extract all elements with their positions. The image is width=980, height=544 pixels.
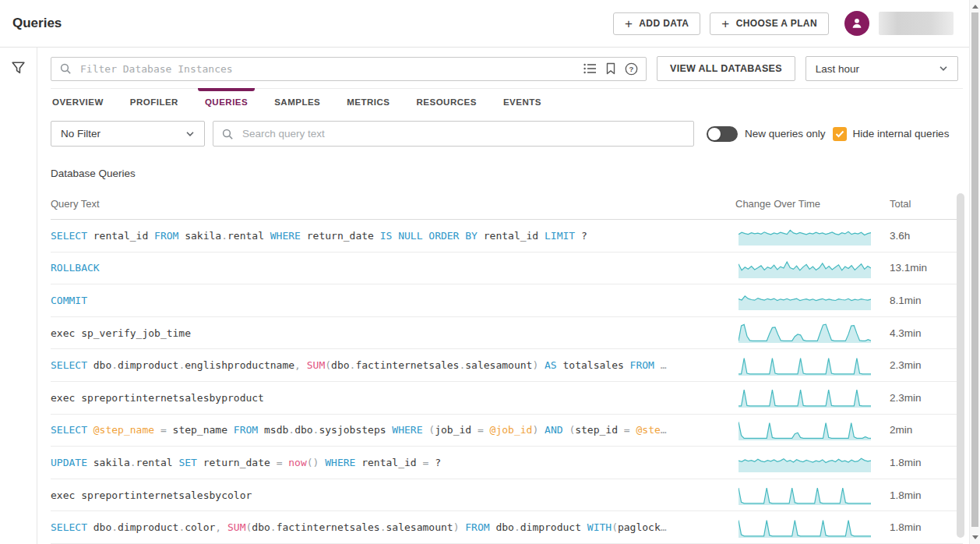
hide-internal-label: Hide internal queries bbox=[853, 128, 950, 140]
add-data-label: ADD DATA bbox=[639, 18, 689, 29]
scroll-up-arrow[interactable] bbox=[972, 5, 978, 9]
query-total: 1.8min bbox=[890, 489, 963, 501]
query-total: 4.3min bbox=[890, 327, 963, 339]
tab-bar: OVERVIEWPROFILERQUERIESSAMPLESMETRICSRES… bbox=[51, 88, 963, 116]
time-range-value: Last hour bbox=[816, 63, 859, 75]
choose-plan-label: CHOOSE A PLAN bbox=[736, 18, 817, 29]
tab-metrics[interactable]: METRICS bbox=[345, 89, 391, 116]
col-query-text: Query Text bbox=[51, 198, 735, 210]
table-row[interactable]: UPDATE sakila.rental SET return_date = n… bbox=[51, 447, 963, 479]
table-row[interactable]: SELECT rental_id FROM sakila.rental WHER… bbox=[51, 220, 963, 253]
main-content: ? VIEW ALL DATABASES Last hour OVERVIEWP… bbox=[37, 48, 980, 544]
new-queries-toggle[interactable] bbox=[707, 126, 738, 142]
search-icon bbox=[221, 128, 234, 140]
query-total: 8.1min bbox=[890, 295, 963, 306]
tab-overview[interactable]: OVERVIEW bbox=[51, 89, 105, 116]
app-window: Queries + ADD DATA + CHOOSE A PLAN bbox=[0, 0, 980, 544]
query-sparkline bbox=[735, 225, 890, 246]
col-total: Total bbox=[890, 198, 963, 210]
view-all-databases-button[interactable]: VIEW ALL DATABASES bbox=[657, 56, 795, 81]
query-sparkline bbox=[735, 518, 890, 538]
table-row[interactable]: exec spreportinternetsalesbycolor 1.8min bbox=[51, 479, 963, 512]
chevron-down-icon bbox=[185, 131, 195, 137]
left-rail bbox=[0, 48, 37, 544]
person-icon bbox=[850, 16, 864, 30]
query-text[interactable]: exec spreportinternetsalesbycolor bbox=[51, 489, 735, 501]
query-total: 1.8min bbox=[890, 457, 963, 468]
page-scrollbar[interactable] bbox=[969, 0, 980, 544]
hide-internal-checkbox[interactable] bbox=[833, 127, 847, 141]
table-row[interactable]: exec sp_verify_job_time 4.3min bbox=[51, 317, 963, 350]
svg-text:?: ? bbox=[629, 65, 634, 73]
col-change-over-time: Change Over Time bbox=[735, 198, 890, 210]
query-sparkline bbox=[735, 290, 890, 310]
query-text[interactable]: SELECT dbo.dimproduct.englishproductname… bbox=[51, 359, 735, 371]
tab-profiler[interactable]: PROFILER bbox=[129, 89, 180, 116]
check-icon bbox=[835, 130, 844, 138]
table-row[interactable]: SELECT @step_name = step_name FROM msdb.… bbox=[51, 415, 963, 447]
query-text[interactable]: COMMIT bbox=[51, 295, 735, 306]
table-header: Query Text Change Over Time Total bbox=[51, 179, 963, 220]
scrollbar-thumb[interactable] bbox=[971, 12, 978, 527]
query-search-input[interactable] bbox=[241, 127, 686, 140]
query-text[interactable]: ROLLBACK bbox=[51, 262, 735, 274]
table-row[interactable]: SELECT dbo.dimproduct.englishproductname… bbox=[51, 349, 963, 382]
query-filter-dropdown[interactable]: No Filter bbox=[51, 121, 205, 147]
query-total: 1.8min bbox=[890, 521, 963, 533]
tab-samples[interactable]: SAMPLES bbox=[273, 89, 322, 116]
toggle-knob bbox=[708, 128, 721, 140]
query-total: 2.3min bbox=[890, 392, 963, 404]
plus-icon: + bbox=[625, 17, 633, 30]
query-sparkline bbox=[735, 420, 890, 440]
query-sparkline bbox=[735, 485, 890, 505]
search-icon bbox=[59, 62, 72, 75]
top-header: Queries + ADD DATA + CHOOSE A PLAN bbox=[0, 0, 980, 48]
table-row[interactable]: COMMIT 8.1min bbox=[51, 284, 963, 317]
page-title: Queries bbox=[12, 16, 62, 31]
query-sparkline bbox=[735, 355, 890, 376]
query-text[interactable]: UPDATE sakila.rental SET return_date = n… bbox=[51, 457, 735, 468]
new-queries-label: New queries only bbox=[745, 128, 826, 140]
query-text[interactable]: SELECT dbo.dimproduct.color, SUM(dbo.fac… bbox=[51, 521, 735, 533]
query-text[interactable]: exec spreportinternetsalesbyproduct bbox=[51, 392, 735, 404]
filter-funnel-icon bbox=[11, 61, 26, 76]
query-text[interactable]: SELECT @step_name = step_name FROM msdb.… bbox=[51, 424, 735, 436]
table-row[interactable]: exec spreportinternetsalesbyproduct 2.3m… bbox=[51, 382, 963, 415]
query-sparkline bbox=[735, 387, 890, 408]
help-icon[interactable]: ? bbox=[625, 62, 638, 76]
query-total: 3.6h bbox=[890, 230, 963, 242]
filters-panel-toggle[interactable] bbox=[11, 61, 26, 76]
query-total: 2.3min bbox=[890, 359, 963, 371]
tab-events[interactable]: EVENTS bbox=[502, 89, 543, 116]
bookmark-icon[interactable] bbox=[605, 62, 616, 75]
add-data-button[interactable]: + ADD DATA bbox=[613, 12, 700, 35]
query-filter-value: No Filter bbox=[61, 128, 100, 140]
user-name-redacted[interactable] bbox=[879, 12, 954, 35]
table-row[interactable]: SELECT dbo.dimproduct.color, SUM(dbo.fac… bbox=[51, 511, 963, 544]
query-text[interactable]: SELECT rental_id FROM sakila.rental WHER… bbox=[51, 230, 735, 242]
query-sparkline bbox=[735, 452, 890, 472]
saved-views-icon[interactable] bbox=[583, 63, 597, 74]
avatar[interactable] bbox=[844, 11, 869, 36]
query-text[interactable]: exec sp_verify_job_time bbox=[51, 327, 735, 339]
tab-queries[interactable]: QUERIES bbox=[203, 89, 249, 116]
query-total: 13.1min bbox=[890, 262, 963, 274]
query-sparkline bbox=[735, 258, 890, 278]
queries-table: Query Text Change Over Time Total SELECT… bbox=[51, 179, 963, 544]
query-sparkline bbox=[735, 323, 890, 343]
tab-resources[interactable]: RESOURCES bbox=[415, 89, 478, 116]
query-total: 2min bbox=[890, 424, 963, 436]
database-filter-input[interactable] bbox=[79, 62, 576, 76]
time-range-select[interactable]: Last hour bbox=[806, 56, 958, 81]
table-row[interactable]: ROLLBACK 13.1min bbox=[51, 253, 963, 285]
choose-plan-button[interactable]: + CHOOSE A PLAN bbox=[710, 12, 829, 35]
plus-icon: + bbox=[721, 17, 729, 30]
section-title: Database Queries bbox=[51, 168, 963, 179]
query-search-box bbox=[213, 121, 694, 147]
table-scrollbar[interactable] bbox=[957, 193, 964, 538]
scroll-down-arrow[interactable] bbox=[972, 535, 978, 539]
database-filter-box: ? bbox=[51, 57, 647, 81]
chevron-down-icon bbox=[939, 65, 948, 72]
